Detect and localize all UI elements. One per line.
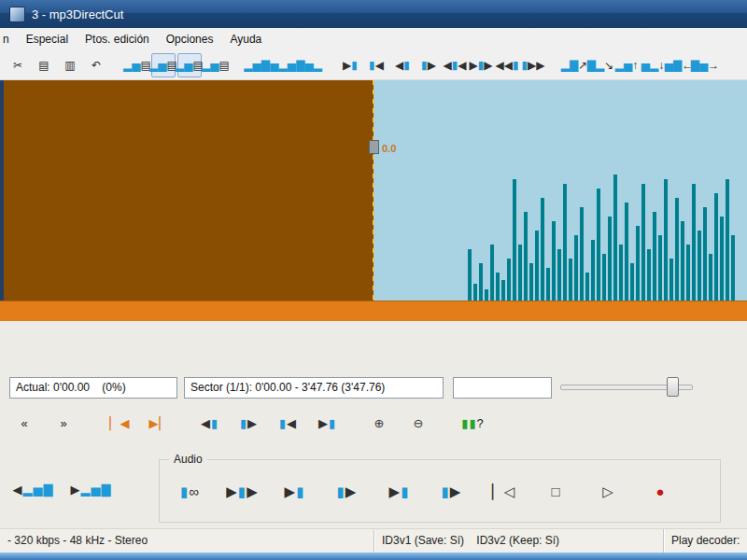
show-spectrum-button[interactable]: ▅▂▅ (271, 53, 295, 77)
view-buttons: ◀▂▅▇▶▂▅▇ (7, 467, 116, 511)
toolbar-group-display: ▂▅▇▅▂▅▇▅▂ (245, 53, 321, 77)
prev-cue-button[interactable]: ◀▮◀ (443, 53, 467, 77)
play-loop-button[interactable]: ▮∞ (169, 471, 210, 511)
waveform-display[interactable]: 0.0 (0, 80, 747, 301)
menu-item-1[interactable]: Especial (18, 29, 77, 49)
view-follow-button[interactable]: ◀▂▅▇ (7, 467, 58, 511)
titlebar[interactable]: 3 - mp3DirectCut (0, 0, 747, 28)
audio-group: Audio ▮∞▶▮▶▶▮▮▶▶▮▮▶▏◁□▷● (159, 459, 721, 523)
waveform-played-region[interactable] (4, 80, 374, 301)
skip-end-button[interactable]: ▶▏ (140, 410, 177, 436)
fade-out-button[interactable]: ▇▂↘ (588, 53, 613, 77)
jump-end-button[interactable]: ▮◀ (364, 53, 388, 77)
seek-slider[interactable] (560, 375, 697, 398)
prev-frame-button[interactable]: ◀▮ (390, 53, 415, 77)
save-batch-button[interactable]: ▂▅▤ (204, 53, 228, 77)
cursor-marker[interactable] (369, 140, 379, 154)
zoom-in-button[interactable]: ⊕ (360, 410, 398, 436)
save-split-button[interactable]: ▂▅▤ (177, 53, 202, 77)
status-format: - 320 kbps - 48 kHz - Stereo (0, 529, 374, 553)
audio-group-label: Audio (169, 453, 207, 466)
zoom-out-button[interactable]: ⊖ (400, 410, 437, 436)
sector-next-button[interactable]: ▮▶▶ (521, 53, 545, 77)
next-cue-point-button[interactable]: ▮▶ (230, 410, 267, 436)
taskbar-strip (0, 553, 747, 560)
statusbar: - 320 kbps - 48 kHz - Stereo ID3v1 (Save… (0, 528, 747, 553)
paste-button[interactable]: ▥ (58, 53, 82, 77)
toolbar-group-gain: ▂▇↗▇▂↘▂▅↑▅▂↓▅▇←▇▅→ (562, 53, 717, 77)
skip-start-button[interactable]: ▏◀ (101, 410, 138, 436)
position-actual-field: Actual: 0'00.00 (0%) (9, 377, 177, 399)
menu-item-3[interactable]: Opciones (158, 29, 222, 49)
gain-down-button[interactable]: ▅▂↓ (641, 53, 665, 77)
forward-button[interactable]: » (45, 410, 82, 436)
toolbar-group-save: ▂▅▤▂▅▤▂▅▤▂▅▤ (125, 53, 228, 77)
gain-strip[interactable] (0, 301, 747, 322)
window-title: 3 - mp3DirectCut (32, 7, 123, 21)
stop-button[interactable]: □ (535, 471, 576, 511)
toolbar-group-edit: ✂▤▥↶ (6, 53, 108, 77)
cut-button[interactable]: ✂ (6, 53, 30, 77)
play-preview-button[interactable]: ▶▮ (274, 471, 315, 511)
copy-button[interactable]: ▤ (32, 53, 56, 77)
record-button[interactable]: ● (640, 471, 681, 511)
level-left-button[interactable]: ▅▇← (667, 53, 691, 77)
menu-item-2[interactable]: Ptos. edición (77, 29, 158, 49)
toolbar-group-nav: ▶▮▮◀◀▮▮▶◀▮◀▶▮▶◀◀▮▮▶▶ (338, 53, 545, 77)
next-cue-button[interactable]: ▶▮▶ (469, 53, 493, 77)
skip-to-start-button[interactable]: ▏◁ (483, 471, 524, 511)
fade-in-button[interactable]: ▂▇↗ (562, 53, 586, 77)
play-button[interactable]: ▷ (587, 471, 628, 511)
control-panel: Actual: 0'00.00 (0%) Sector (1/1): 0'00.… (0, 321, 747, 528)
play-after-button[interactable]: ▮▶ (430, 471, 472, 511)
seek-slider-thumb[interactable] (667, 377, 679, 397)
waveform-remaining-region[interactable] (374, 80, 747, 301)
menu-item-4[interactable]: Ayuda (221, 29, 270, 49)
jump-begin-button[interactable]: ▶▮ (338, 53, 362, 77)
nav-group-zoom: ⊕⊖ (360, 410, 437, 436)
audio-buttons: ▮∞▶▮▶▶▮▮▶▶▮▮▶▏◁□▷● (169, 471, 681, 511)
status-decoder: Play decoder: (663, 529, 747, 553)
nav-group-seek: «» (6, 410, 82, 436)
sector-begin-button[interactable]: ▮◀ (269, 410, 306, 436)
playback-cursor[interactable]: 0.0 (373, 80, 374, 301)
menubar: nEspecialPtos. ediciónOpcionesAyuda (0, 28, 747, 51)
sector-prev-button[interactable]: ◀◀▮ (495, 53, 519, 77)
nav-group-detect: ▮▮? (454, 410, 491, 436)
prev-cue-point-button[interactable]: ◀▮ (190, 410, 228, 436)
next-frame-button[interactable]: ▮▶ (416, 53, 441, 77)
play-from-cursor-button[interactable]: ▮▶ (326, 471, 367, 511)
app-icon (9, 7, 25, 22)
level-right-button[interactable]: ▇▅→ (693, 53, 717, 77)
extra-field (453, 377, 552, 399)
menu-item-0[interactable]: n (0, 29, 18, 49)
pause-detection-button[interactable]: ▮▮? (454, 410, 491, 436)
show-vu-button[interactable]: ▂▅▇ (245, 53, 269, 77)
nav-group-cues: ◀▮▮▶▮◀▶▮ (190, 410, 345, 436)
view-scroll-button[interactable]: ▶▂▅▇ (65, 467, 116, 511)
undo-button[interactable]: ↶ (84, 53, 108, 77)
nav-group-skip: ▏◀▶▏ (101, 410, 177, 436)
gain-up-button[interactable]: ▂▅↑ (614, 53, 639, 77)
toolbar: ✂▤▥↶ ▂▅▤▂▅▤▂▅▤▂▅▤ ▂▅▇▅▂▅▇▅▂ ▶▮▮◀◀▮▮▶◀▮◀▶… (0, 50, 747, 80)
save-all-button[interactable]: ▂▅▤ (125, 53, 149, 77)
show-bitrate-button[interactable]: ▇▅▂ (297, 53, 321, 77)
sector-end-button[interactable]: ▶▮ (308, 410, 345, 436)
cursor-gain-label: 0.0 (382, 143, 396, 154)
status-id3: ID3v1 (Save: Sí) ID3v2 (Keep: Sí) (374, 529, 663, 553)
save-selection-button[interactable]: ▂▅▤ (151, 53, 176, 77)
navigation-bar: «» ▏◀▶▏ ◀▮▮▶▮◀▶▮ ⊕⊖ ▮▮? (6, 409, 510, 437)
rewind-button[interactable]: « (6, 410, 43, 436)
play-selection-button[interactable]: ▶▮▶ (221, 471, 262, 511)
sector-info-field: Sector (1/1): 0'00.00 - 3'47.76 (3'47.76… (184, 377, 444, 399)
window-left-edge (0, 80, 4, 321)
play-to-cursor-button[interactable]: ▶▮ (378, 471, 419, 511)
